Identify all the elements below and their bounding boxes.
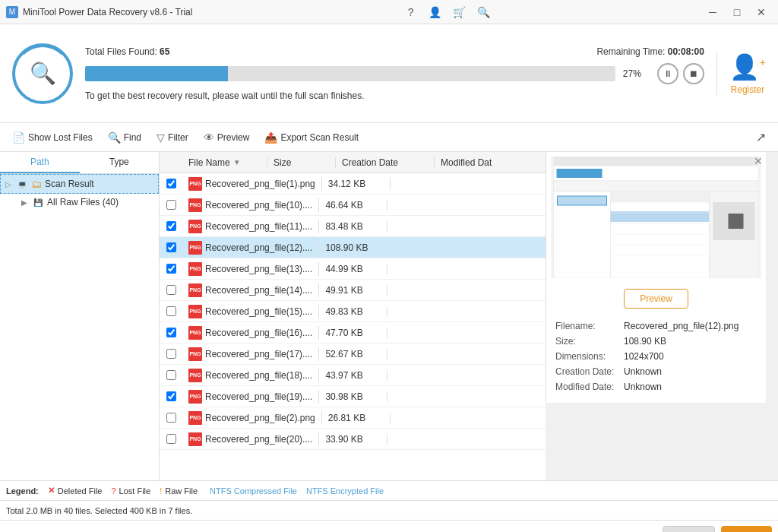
export-scan-button[interactable]: 📤 Export Scan Result (258, 128, 365, 147)
stop-button[interactable]: ⏹ (683, 63, 704, 84)
row-filename: PNG Recovered_png_file(18).... (182, 369, 319, 382)
legend-lost: ? Lost File (111, 486, 150, 496)
file-type-icon: PNG (188, 220, 202, 233)
tab-path[interactable]: Path (0, 152, 80, 173)
file-type-icon: PNG (188, 305, 202, 318)
table-row[interactable]: PNG Recovered_png_file(14).... 49.91 KB (160, 280, 546, 301)
table-row[interactable]: PNG Recovered_png_file(19).... 30.98 KB (160, 386, 546, 407)
row-checkbox[interactable] (160, 370, 182, 380)
show-lost-files-button[interactable]: 📄 Show Lost Files (6, 128, 99, 147)
cart-icon[interactable]: 🛒 (452, 5, 467, 20)
row-size: 49.83 KB (319, 306, 387, 317)
table-row[interactable]: PNG Recovered_png_file(15).... 49.83 KB (160, 301, 546, 322)
table-row[interactable]: PNG Recovered_png_file(17).... 52.67 KB (160, 344, 546, 365)
tree-scan-result[interactable]: ▷ 💻 🗂 Scan Result (0, 174, 159, 194)
right-section: ✕ Preview Filename: Recovered_png_file(1… (546, 152, 778, 480)
find-button[interactable]: 🔍 Find (102, 128, 147, 147)
minimize-button[interactable]: ─ (702, 5, 723, 20)
scan-animation: 🔍 (12, 43, 73, 104)
row-size: 46.64 KB (319, 200, 387, 211)
table-row[interactable]: PNG Recovered_png_file(20).... 33.90 KB (160, 429, 546, 450)
preview-icon: 👁 (204, 131, 214, 144)
sort-arrow: ▼ (233, 158, 241, 166)
expand-icon-raw[interactable]: ▶ (21, 198, 30, 207)
preview-panel: ✕ Preview Filename: Recovered_png_file(1… (546, 152, 766, 403)
save-button[interactable]: Save (721, 526, 772, 533)
tree-raw-files[interactable]: ▶ 💾 All Raw Files (40) (0, 194, 159, 211)
remaining-time-text: Remaining Time: 00:08:00 (596, 46, 704, 57)
close-button[interactable]: ✕ (751, 5, 772, 20)
file-type-icon: PNG (188, 177, 202, 191)
filter-label: Filter (168, 132, 188, 143)
preview-close-btn[interactable]: ✕ (754, 155, 763, 167)
row-size: 49.91 KB (319, 285, 387, 296)
row-size: 26.81 KB (322, 413, 391, 423)
row-checkbox[interactable] (160, 328, 182, 337)
row-checkbox[interactable] (160, 221, 182, 231)
raw-files-label: All Raw Files (40) (47, 197, 119, 207)
row-filename: PNG Recovered_png_file(19).... (182, 390, 319, 404)
row-checkbox[interactable] (160, 391, 182, 401)
header: 🔍 Total Files Found: 65 Remaining Time: … (0, 24, 778, 123)
help-icon[interactable]: ? (403, 5, 419, 20)
row-checkbox[interactable] (160, 179, 182, 188)
row-checkbox[interactable] (160, 200, 182, 210)
preview-image-area: ✕ (546, 152, 766, 283)
table-row[interactable]: PNG Recovered_png_file(18).... 43.97 KB (160, 365, 546, 386)
header-filename[interactable]: File Name ▼ (182, 157, 267, 168)
row-checkbox[interactable] (160, 413, 182, 423)
search-icon[interactable]: 🔍 (476, 5, 492, 20)
file-type-icon: PNG (188, 369, 202, 382)
preview-button[interactable]: Preview (624, 289, 688, 309)
svg-rect-1 (554, 157, 759, 166)
expand-icon[interactable]: ▷ (5, 180, 14, 188)
tab-type[interactable]: Type (80, 152, 160, 173)
tabs-row: Path Type (0, 152, 159, 174)
svg-rect-4 (554, 181, 759, 192)
table-row[interactable]: PNG Recovered_png_file(2).png 26.81 KB (160, 407, 546, 429)
header-modified-date[interactable]: Modified Dat (435, 157, 533, 168)
account-icon[interactable]: 👤 (428, 5, 443, 20)
row-checkbox[interactable] (160, 306, 182, 316)
row-filename: PNG Recovered_png_file(13).... (182, 262, 319, 276)
table-row[interactable]: PNG Recovered_png_file(16).... 47.70 KB (160, 322, 546, 344)
row-size: 108.90 KB (319, 242, 387, 253)
legend-raw: ! Raw File (160, 486, 198, 496)
legend-ntfs-encrypted: NTFS Encrypted File (306, 486, 384, 496)
detail-size: Size: 108.90 KB (555, 336, 757, 347)
deleted-icon: ✕ (48, 486, 55, 496)
scan-notice: To get the best recovery result, please … (85, 90, 704, 101)
svg-rect-3 (557, 169, 602, 178)
table-row[interactable]: PNG Recovered_png_file(1).png 34.12 KB (160, 173, 546, 195)
preview-toolbar-button[interactable]: 👁 Preview (198, 128, 256, 147)
table-row[interactable]: PNG Recovered_png_file(10).... 46.64 KB (160, 195, 546, 216)
legend-deleted: ✕ Deleted File (48, 486, 103, 496)
row-checkbox[interactable] (160, 434, 182, 444)
row-checkbox[interactable] (160, 349, 182, 359)
row-size: 30.98 KB (319, 391, 387, 402)
table-row[interactable]: PNG Recovered_png_file(11).... 83.48 KB (160, 216, 546, 237)
row-checkbox[interactable] (160, 242, 182, 252)
row-checkbox[interactable] (160, 264, 182, 274)
register-icon: 👤+ (729, 52, 766, 81)
pause-button[interactable]: ⏸ (657, 63, 678, 84)
table-row[interactable]: PNG Recovered_png_file(13).... 44.99 KB (160, 258, 546, 280)
preview-svg (551, 157, 761, 278)
header-creation-date[interactable]: Creation Date (336, 157, 435, 168)
svg-rect-8 (611, 192, 710, 202)
header-size[interactable]: Size (267, 157, 336, 168)
share-button[interactable]: ↗ (750, 127, 772, 147)
maximize-button[interactable]: □ (726, 5, 748, 20)
row-checkbox[interactable] (160, 285, 182, 295)
table-row[interactable]: PNG Recovered_png_file(12).... 108.90 KB (160, 237, 546, 258)
row-filename: PNG Recovered_png_file(11).... (182, 220, 319, 233)
title-bar-left: M MiniTool Power Data Recovery v8.6 - Tr… (6, 6, 192, 18)
legend-title: Legend: (6, 486, 39, 496)
file-type-icon: PNG (188, 241, 202, 255)
register-button[interactable]: Register (731, 84, 765, 95)
filter-button[interactable]: ▽ Filter (150, 128, 194, 147)
row-filename: PNG Recovered_png_file(14).... (182, 283, 319, 297)
scan-result-label: Scan Result (45, 179, 94, 189)
file-table-header: File Name ▼ Size Creation Date Modified … (160, 152, 546, 173)
back-button[interactable]: Back (663, 526, 715, 533)
